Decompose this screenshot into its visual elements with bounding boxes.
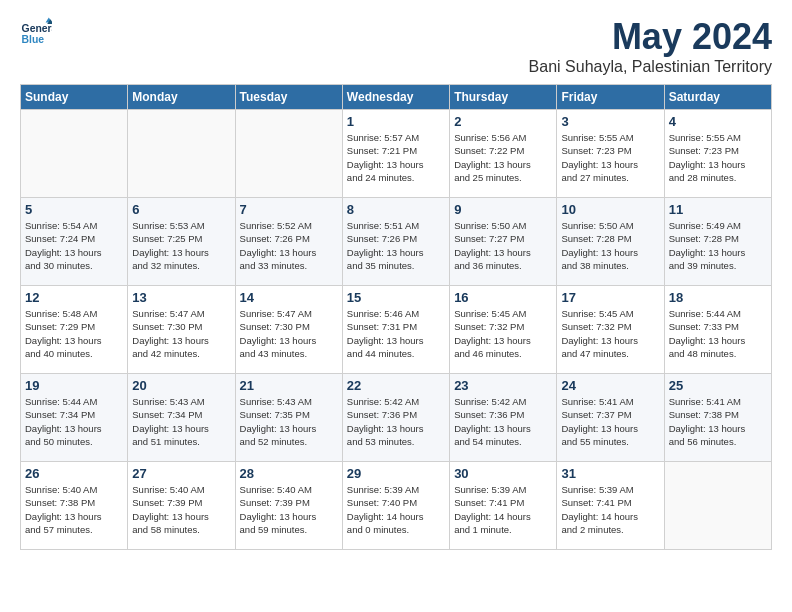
- calendar-cell: 30Sunrise: 5:39 AM Sunset: 7:41 PM Dayli…: [450, 462, 557, 550]
- day-number: 2: [454, 114, 552, 129]
- day-number: 25: [669, 378, 767, 393]
- calendar-cell: [128, 110, 235, 198]
- day-number: 13: [132, 290, 230, 305]
- day-info: Sunrise: 5:52 AM Sunset: 7:26 PM Dayligh…: [240, 219, 338, 272]
- day-info: Sunrise: 5:39 AM Sunset: 7:41 PM Dayligh…: [454, 483, 552, 536]
- day-info: Sunrise: 5:46 AM Sunset: 7:31 PM Dayligh…: [347, 307, 445, 360]
- day-number: 17: [561, 290, 659, 305]
- calendar-week-row: 12Sunrise: 5:48 AM Sunset: 7:29 PM Dayli…: [21, 286, 772, 374]
- calendar-cell: 28Sunrise: 5:40 AM Sunset: 7:39 PM Dayli…: [235, 462, 342, 550]
- title-block: May 2024 Bani Suhayla, Palestinian Terri…: [529, 16, 772, 76]
- day-number: 10: [561, 202, 659, 217]
- calendar-cell: 27Sunrise: 5:40 AM Sunset: 7:39 PM Dayli…: [128, 462, 235, 550]
- calendar-cell: [664, 462, 771, 550]
- day-number: 4: [669, 114, 767, 129]
- day-number: 9: [454, 202, 552, 217]
- calendar-title: May 2024: [529, 16, 772, 58]
- calendar-cell: 7Sunrise: 5:52 AM Sunset: 7:26 PM Daylig…: [235, 198, 342, 286]
- calendar-cell: 4Sunrise: 5:55 AM Sunset: 7:23 PM Daylig…: [664, 110, 771, 198]
- day-info: Sunrise: 5:40 AM Sunset: 7:39 PM Dayligh…: [240, 483, 338, 536]
- day-number: 8: [347, 202, 445, 217]
- day-info: Sunrise: 5:45 AM Sunset: 7:32 PM Dayligh…: [561, 307, 659, 360]
- page-header: General Blue May 2024 Bani Suhayla, Pale…: [20, 16, 772, 76]
- day-number: 15: [347, 290, 445, 305]
- day-info: Sunrise: 5:45 AM Sunset: 7:32 PM Dayligh…: [454, 307, 552, 360]
- day-info: Sunrise: 5:55 AM Sunset: 7:23 PM Dayligh…: [669, 131, 767, 184]
- calendar-cell: [235, 110, 342, 198]
- calendar-table: SundayMondayTuesdayWednesdayThursdayFrid…: [20, 84, 772, 550]
- calendar-cell: 15Sunrise: 5:46 AM Sunset: 7:31 PM Dayli…: [342, 286, 449, 374]
- calendar-cell: 3Sunrise: 5:55 AM Sunset: 7:23 PM Daylig…: [557, 110, 664, 198]
- calendar-cell: 25Sunrise: 5:41 AM Sunset: 7:38 PM Dayli…: [664, 374, 771, 462]
- calendar-cell: 11Sunrise: 5:49 AM Sunset: 7:28 PM Dayli…: [664, 198, 771, 286]
- day-info: Sunrise: 5:47 AM Sunset: 7:30 PM Dayligh…: [240, 307, 338, 360]
- calendar-cell: 20Sunrise: 5:43 AM Sunset: 7:34 PM Dayli…: [128, 374, 235, 462]
- calendar-cell: 5Sunrise: 5:54 AM Sunset: 7:24 PM Daylig…: [21, 198, 128, 286]
- day-number: 12: [25, 290, 123, 305]
- calendar-cell: 21Sunrise: 5:43 AM Sunset: 7:35 PM Dayli…: [235, 374, 342, 462]
- calendar-cell: 31Sunrise: 5:39 AM Sunset: 7:41 PM Dayli…: [557, 462, 664, 550]
- day-of-week-header: Sunday: [21, 85, 128, 110]
- calendar-week-row: 5Sunrise: 5:54 AM Sunset: 7:24 PM Daylig…: [21, 198, 772, 286]
- day-info: Sunrise: 5:50 AM Sunset: 7:28 PM Dayligh…: [561, 219, 659, 272]
- day-info: Sunrise: 5:42 AM Sunset: 7:36 PM Dayligh…: [454, 395, 552, 448]
- calendar-subtitle: Bani Suhayla, Palestinian Territory: [529, 58, 772, 76]
- calendar-cell: 17Sunrise: 5:45 AM Sunset: 7:32 PM Dayli…: [557, 286, 664, 374]
- calendar-cell: 18Sunrise: 5:44 AM Sunset: 7:33 PM Dayli…: [664, 286, 771, 374]
- day-info: Sunrise: 5:41 AM Sunset: 7:38 PM Dayligh…: [669, 395, 767, 448]
- day-number: 14: [240, 290, 338, 305]
- calendar-week-row: 1Sunrise: 5:57 AM Sunset: 7:21 PM Daylig…: [21, 110, 772, 198]
- calendar-cell: 13Sunrise: 5:47 AM Sunset: 7:30 PM Dayli…: [128, 286, 235, 374]
- day-number: 11: [669, 202, 767, 217]
- day-number: 5: [25, 202, 123, 217]
- calendar-cell: 14Sunrise: 5:47 AM Sunset: 7:30 PM Dayli…: [235, 286, 342, 374]
- day-number: 27: [132, 466, 230, 481]
- logo-icon: General Blue: [20, 16, 52, 48]
- calendar-body: 1Sunrise: 5:57 AM Sunset: 7:21 PM Daylig…: [21, 110, 772, 550]
- logo: General Blue: [20, 16, 52, 48]
- calendar-cell: 6Sunrise: 5:53 AM Sunset: 7:25 PM Daylig…: [128, 198, 235, 286]
- day-number: 6: [132, 202, 230, 217]
- day-number: 30: [454, 466, 552, 481]
- day-info: Sunrise: 5:51 AM Sunset: 7:26 PM Dayligh…: [347, 219, 445, 272]
- day-number: 31: [561, 466, 659, 481]
- day-number: 19: [25, 378, 123, 393]
- day-info: Sunrise: 5:44 AM Sunset: 7:33 PM Dayligh…: [669, 307, 767, 360]
- calendar-cell: 1Sunrise: 5:57 AM Sunset: 7:21 PM Daylig…: [342, 110, 449, 198]
- day-info: Sunrise: 5:47 AM Sunset: 7:30 PM Dayligh…: [132, 307, 230, 360]
- day-number: 20: [132, 378, 230, 393]
- day-info: Sunrise: 5:39 AM Sunset: 7:41 PM Dayligh…: [561, 483, 659, 536]
- day-number: 16: [454, 290, 552, 305]
- day-info: Sunrise: 5:44 AM Sunset: 7:34 PM Dayligh…: [25, 395, 123, 448]
- day-of-week-row: SundayMondayTuesdayWednesdayThursdayFrid…: [21, 85, 772, 110]
- calendar-cell: 2Sunrise: 5:56 AM Sunset: 7:22 PM Daylig…: [450, 110, 557, 198]
- calendar-week-row: 26Sunrise: 5:40 AM Sunset: 7:38 PM Dayli…: [21, 462, 772, 550]
- svg-text:Blue: Blue: [22, 34, 45, 45]
- day-info: Sunrise: 5:41 AM Sunset: 7:37 PM Dayligh…: [561, 395, 659, 448]
- day-info: Sunrise: 5:50 AM Sunset: 7:27 PM Dayligh…: [454, 219, 552, 272]
- day-of-week-header: Monday: [128, 85, 235, 110]
- day-info: Sunrise: 5:43 AM Sunset: 7:34 PM Dayligh…: [132, 395, 230, 448]
- calendar-cell: 16Sunrise: 5:45 AM Sunset: 7:32 PM Dayli…: [450, 286, 557, 374]
- calendar-cell: 8Sunrise: 5:51 AM Sunset: 7:26 PM Daylig…: [342, 198, 449, 286]
- calendar-cell: 10Sunrise: 5:50 AM Sunset: 7:28 PM Dayli…: [557, 198, 664, 286]
- day-info: Sunrise: 5:53 AM Sunset: 7:25 PM Dayligh…: [132, 219, 230, 272]
- day-info: Sunrise: 5:56 AM Sunset: 7:22 PM Dayligh…: [454, 131, 552, 184]
- day-number: 29: [347, 466, 445, 481]
- day-number: 21: [240, 378, 338, 393]
- day-number: 28: [240, 466, 338, 481]
- calendar-cell: 12Sunrise: 5:48 AM Sunset: 7:29 PM Dayli…: [21, 286, 128, 374]
- day-info: Sunrise: 5:42 AM Sunset: 7:36 PM Dayligh…: [347, 395, 445, 448]
- calendar-cell: 22Sunrise: 5:42 AM Sunset: 7:36 PM Dayli…: [342, 374, 449, 462]
- day-number: 1: [347, 114, 445, 129]
- day-info: Sunrise: 5:48 AM Sunset: 7:29 PM Dayligh…: [25, 307, 123, 360]
- day-info: Sunrise: 5:40 AM Sunset: 7:39 PM Dayligh…: [132, 483, 230, 536]
- calendar-cell: 9Sunrise: 5:50 AM Sunset: 7:27 PM Daylig…: [450, 198, 557, 286]
- day-of-week-header: Wednesday: [342, 85, 449, 110]
- day-info: Sunrise: 5:54 AM Sunset: 7:24 PM Dayligh…: [25, 219, 123, 272]
- day-of-week-header: Thursday: [450, 85, 557, 110]
- day-number: 18: [669, 290, 767, 305]
- day-info: Sunrise: 5:40 AM Sunset: 7:38 PM Dayligh…: [25, 483, 123, 536]
- day-number: 7: [240, 202, 338, 217]
- day-info: Sunrise: 5:43 AM Sunset: 7:35 PM Dayligh…: [240, 395, 338, 448]
